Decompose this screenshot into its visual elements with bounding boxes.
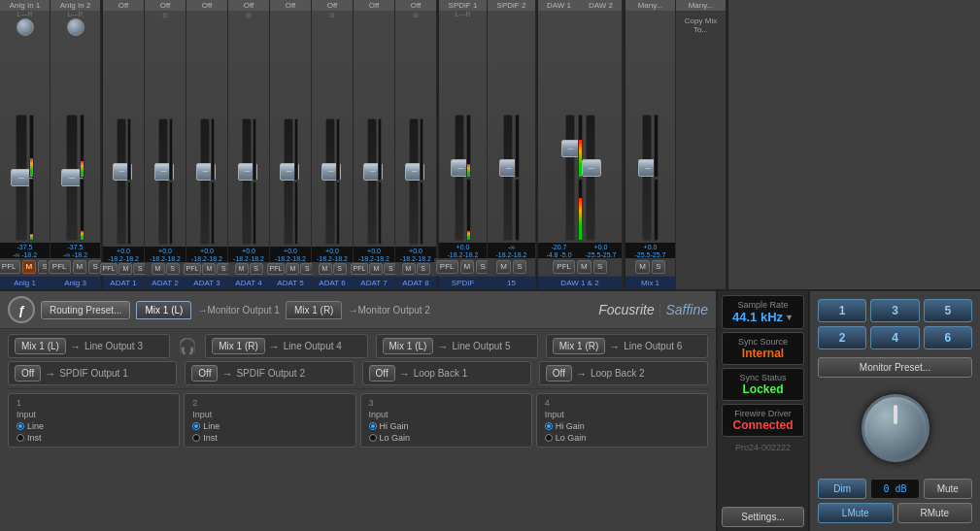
sync-status-display: Sync Status Locked bbox=[722, 368, 804, 401]
route-off-spdif2[interactable]: Off → SPDIF Output 2 bbox=[185, 361, 354, 385]
num-btn-2[interactable]: 2 bbox=[818, 326, 866, 349]
device-id: Pro24-002222 bbox=[722, 440, 804, 455]
sync-status-value: Locked bbox=[727, 382, 799, 396]
monitor-knob-area bbox=[814, 382, 976, 475]
mute-button[interactable]: Mute bbox=[924, 479, 972, 499]
headphone-icon: 🎧 bbox=[178, 337, 197, 355]
input-block-2: 2 Input Line Inst bbox=[184, 393, 355, 448]
num-btn-5[interactable]: 5 bbox=[924, 299, 972, 322]
channel-lr-anlg1: L—R bbox=[0, 11, 50, 17]
num-btn-3[interactable]: 3 bbox=[870, 299, 919, 322]
rmute-button[interactable]: RMute bbox=[897, 503, 973, 523]
gain-knob-anlg1[interactable] bbox=[17, 18, 34, 36]
input-block-4: 4 Input Hi Gain Lo Gain bbox=[536, 393, 708, 448]
route-mix1l-lineout3[interactable]: Mix 1 (L) → Line Output 3 bbox=[8, 334, 170, 358]
input-block-1: 1 Input Line Inst bbox=[8, 393, 180, 448]
monitor-output-2: →Monitor Output 2 bbox=[348, 305, 429, 315]
status-panel: Sample Rate 44.1 kHz ▼ Sync Source Inter… bbox=[718, 291, 810, 531]
sample-rate-display: Sample Rate 44.1 kHz ▼ bbox=[722, 295, 804, 329]
sync-source-value: Internal bbox=[727, 347, 799, 360]
input1-inst-radio[interactable]: Inst bbox=[17, 433, 171, 443]
pfl-anlg2[interactable]: PFL bbox=[49, 260, 71, 274]
route-mix1r-lineout4[interactable]: Mix 1 (R) → Line Output 4 bbox=[205, 334, 367, 358]
mix-tab-r[interactable]: Mix 1 (R) bbox=[286, 301, 343, 319]
route-mix1r-lineout6[interactable]: Mix 1 (R) → Line Output 6 bbox=[546, 334, 708, 358]
input3-logain-radio[interactable]: Lo Gain bbox=[369, 433, 524, 443]
num-btn-6[interactable]: 6 bbox=[924, 326, 972, 349]
input3-higain-radio[interactable]: Hi Gain bbox=[369, 421, 524, 431]
gain-knob-anlg2[interactable] bbox=[67, 18, 84, 36]
route-off-loopback1[interactable]: Off → Loop Back 1 bbox=[362, 361, 531, 385]
input-section: 1 Input Line Inst bbox=[8, 388, 708, 448]
radio-dot-inst[interactable] bbox=[17, 434, 24, 442]
dim-button[interactable]: Dim bbox=[818, 479, 866, 499]
route-off-loopback2[interactable]: Off → Loop Back 2 bbox=[539, 361, 708, 385]
firewire-value: Connected bbox=[727, 418, 799, 432]
settings-button[interactable]: Settings... bbox=[722, 507, 804, 527]
firewire-display: Firewire Driver Connected bbox=[722, 404, 804, 437]
input2-line-radio[interactable]: Line bbox=[192, 421, 347, 431]
monitor-controls: Dim 0 dB Mute LMute RMute bbox=[814, 475, 976, 527]
route-off-spdif1[interactable]: Off → SPDIF Output 1 bbox=[8, 361, 177, 385]
m-anlg1[interactable]: M bbox=[22, 260, 37, 274]
monitor-output-1: →Monitor Output 1 bbox=[197, 305, 279, 315]
routing-preset-button[interactable]: Routing Preset... bbox=[41, 301, 130, 319]
input1-line-radio[interactable]: Line bbox=[17, 421, 171, 431]
db-display: 0 dB bbox=[870, 479, 919, 499]
m-anlg2[interactable]: M bbox=[73, 260, 87, 274]
num-btn-4[interactable]: 4 bbox=[870, 326, 919, 349]
lmute-button[interactable]: LMute bbox=[818, 503, 894, 523]
product-label: Saffine bbox=[665, 302, 708, 317]
db2-anlg1: -∞ -18.2 bbox=[0, 251, 50, 258]
num-btn-1[interactable]: 1 bbox=[818, 299, 866, 322]
input4-higain-radio[interactable]: Hi Gain bbox=[545, 421, 699, 431]
monitor-panel: 1 3 5 2 4 6 Monitor Preset... Dim 0 dB M… bbox=[810, 291, 980, 531]
monitor-preset-button[interactable]: Monitor Preset... bbox=[818, 357, 972, 378]
line-outputs-row: Mix 1 (L) → Line Output 3 🎧 Mix 1 (R) → … bbox=[8, 334, 708, 358]
radio-dot[interactable] bbox=[17, 422, 24, 430]
sync-source-display: Sync Source Internal bbox=[722, 332, 804, 365]
db-anlg1: -37.5 bbox=[0, 243, 50, 251]
route-mix1l-lineout5[interactable]: Mix 1 (L) → Line Output 5 bbox=[376, 334, 538, 358]
focusrite-logo-icon: ƒ bbox=[8, 296, 35, 323]
channel-number-buttons: 1 3 5 2 4 6 bbox=[814, 295, 976, 353]
mix-tab-l[interactable]: Mix 1 (L) bbox=[136, 301, 191, 319]
channel-label-anlg2: Anlg In 2 bbox=[51, 0, 100, 11]
input2-inst-radio[interactable]: Inst bbox=[192, 433, 347, 443]
sample-rate-value: 44.1 kHz ▼ bbox=[727, 310, 799, 324]
copy-mix-label: Copy Mix To... bbox=[676, 11, 726, 156]
channel-name-anlg1: Anlg 1 bbox=[0, 276, 50, 289]
pfl-anlg1[interactable]: PFL bbox=[0, 260, 20, 274]
spdif-loopback-row: Off → SPDIF Output 1 Off → SPDIF Output … bbox=[8, 361, 708, 385]
channel-label-anlg1: Anlg In 1 bbox=[0, 0, 50, 11]
route-btn-mix1l[interactable]: Mix 1 (L) bbox=[15, 338, 66, 354]
brand-label: Focusrite bbox=[598, 302, 655, 317]
monitor-volume-knob[interactable] bbox=[862, 394, 929, 462]
input-block-3: 3 Input Hi Gain Lo Gain bbox=[360, 393, 532, 448]
input4-logain-radio[interactable]: Lo Gain bbox=[545, 433, 699, 443]
